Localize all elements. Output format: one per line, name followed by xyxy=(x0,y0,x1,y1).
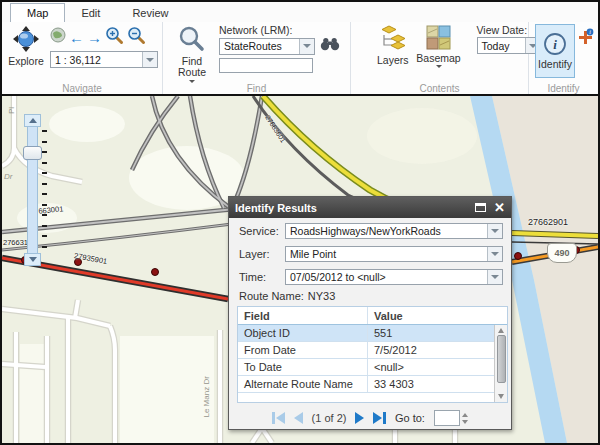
cell-field: Object ID xyxy=(238,327,367,339)
group-label-find: Find xyxy=(163,83,350,94)
pagination-bar: (1 of 2) Go to: xyxy=(229,408,511,428)
back-arrow-icon[interactable]: ← xyxy=(69,30,84,45)
group-contents: Layers Basemap View Date: xyxy=(351,22,529,94)
column-header-value: Value xyxy=(367,307,507,324)
explore-label: Explore xyxy=(8,56,44,67)
network-value: StateRoutes xyxy=(220,40,299,52)
network-combobox[interactable]: StateRoutes xyxy=(219,38,315,55)
zoom-slider-up-button[interactable] xyxy=(24,114,41,127)
table-row[interactable]: To Date <null> xyxy=(238,359,494,376)
previous-page-button[interactable] xyxy=(294,412,303,424)
chevron-down-icon xyxy=(436,65,442,68)
route-name-value: NY33 xyxy=(308,290,336,302)
forward-arrow-icon[interactable]: → xyxy=(87,30,102,45)
network-lrm-label: Network (LRM): xyxy=(219,24,340,36)
time-value: 07/05/2012 to <null> xyxy=(286,271,487,283)
time-dropdown-button[interactable] xyxy=(487,270,502,284)
dialog-titlebar[interactable]: Identify Results ✕ xyxy=(229,197,511,218)
cell-field: Alternate Route Name xyxy=(238,378,367,390)
bar-icon xyxy=(383,412,386,424)
scroll-up-icon[interactable] xyxy=(498,328,504,333)
layer-dropdown-button[interactable] xyxy=(487,247,502,261)
last-page-button[interactable] xyxy=(373,412,386,424)
scroll-down-icon[interactable] xyxy=(498,394,504,399)
map-canvas[interactable]: 27663001 27663101 27935901 27662901 2766… xyxy=(2,94,598,443)
goto-label: Go to: xyxy=(395,412,425,424)
zoom-in-icon[interactable] xyxy=(105,26,124,49)
scale-combobox[interactable]: 1 : 36,112 xyxy=(50,51,158,68)
find-route-input[interactable] xyxy=(219,58,313,73)
ribbon: Explore ← → xyxy=(2,22,598,94)
identify-route-icon[interactable]: i xyxy=(577,28,594,82)
find-route-magnifier-icon xyxy=(178,25,206,55)
page-indicator: (1 of 2) xyxy=(312,412,347,424)
chevron-down-icon xyxy=(491,252,499,256)
cell-value: <null> xyxy=(367,359,494,375)
triangle-right-icon xyxy=(373,412,382,424)
street-label: Le Manz Dr xyxy=(202,364,211,418)
tab-map[interactable]: Map xyxy=(10,3,65,22)
route-name-label: Route Name: xyxy=(239,290,304,302)
triangle-up-icon xyxy=(29,118,37,123)
first-page-button[interactable] xyxy=(272,412,285,424)
full-extent-globe-icon[interactable] xyxy=(50,27,66,47)
triangle-down-icon xyxy=(29,257,37,262)
zoom-slider-track[interactable] xyxy=(27,116,38,266)
binoculars-icon[interactable] xyxy=(320,37,340,55)
zoom-out-icon[interactable] xyxy=(127,26,146,49)
service-dropdown-button[interactable] xyxy=(487,224,502,238)
chevron-down-icon xyxy=(146,58,154,62)
explore-button[interactable]: Explore xyxy=(6,24,46,82)
maximize-icon[interactable] xyxy=(475,203,486,212)
time-combobox[interactable]: 07/05/2012 to <null> xyxy=(285,269,503,285)
zoom-slider-handle[interactable] xyxy=(23,146,42,160)
layer-row: Layer: Mile Point xyxy=(229,246,511,262)
cell-value: 33 4303 xyxy=(367,376,494,392)
attribute-table: Field Value Object ID 551 From Date 7/5/… xyxy=(237,306,508,403)
triangle-right-icon xyxy=(355,412,364,424)
table-scrollbar[interactable] xyxy=(494,325,507,402)
service-value: RoadsHighways/NewYorkRoads xyxy=(286,225,487,237)
basemap-icon xyxy=(426,25,451,52)
goto-spinner[interactable] xyxy=(462,413,468,424)
identify-label: Identify xyxy=(538,58,572,70)
group-label-navigate: Navigate xyxy=(2,83,162,94)
layers-button[interactable]: Layers xyxy=(375,24,411,82)
svg-text:i: i xyxy=(553,37,557,52)
close-icon[interactable]: ✕ xyxy=(494,201,505,214)
chevron-down-icon xyxy=(491,275,499,279)
goto-page-input[interactable] xyxy=(434,410,460,426)
next-page-button[interactable] xyxy=(355,412,364,424)
column-header-field: Field xyxy=(238,310,367,322)
bar-icon xyxy=(272,412,275,424)
layer-label: Layer: xyxy=(239,248,285,260)
identify-button[interactable]: i Identify xyxy=(535,24,575,78)
scrollbar-thumb[interactable] xyxy=(497,335,506,383)
scale-dropdown-button[interactable] xyxy=(142,52,157,67)
layers-label: Layers xyxy=(377,55,409,66)
identify-icon: i xyxy=(543,32,567,58)
identify-results-dialog: Identify Results ✕ Service: RoadsHighway… xyxy=(228,196,512,430)
basemap-button[interactable]: Basemap xyxy=(415,24,463,82)
table-row[interactable]: Object ID 551 xyxy=(238,325,494,342)
spinner-up-icon xyxy=(462,413,468,417)
spinner-down-icon xyxy=(462,420,468,424)
find-route-button[interactable]: Find Route xyxy=(171,24,213,82)
layers-icon xyxy=(380,25,406,54)
scale-value: 1 : 36,112 xyxy=(51,54,142,66)
table-row[interactable]: Alternate Route Name 33 4303 xyxy=(238,376,494,393)
tab-edit[interactable]: Edit xyxy=(65,4,116,22)
time-label: Time: xyxy=(239,271,285,283)
layer-value: Mile Point xyxy=(286,248,487,260)
zoom-slider-down-button[interactable] xyxy=(24,253,41,266)
network-dropdown-button[interactable] xyxy=(299,39,314,54)
time-row: Time: 07/05/2012 to <null> xyxy=(229,269,511,285)
table-row[interactable]: From Date 7/5/2012 xyxy=(238,342,494,359)
layer-combobox[interactable]: Mile Point xyxy=(285,246,503,262)
triangle-left-icon xyxy=(294,412,303,424)
tab-review[interactable]: Review xyxy=(116,4,184,22)
chevron-down-icon xyxy=(491,229,499,233)
ribbon-tabbar: Map Edit Review xyxy=(2,2,598,22)
service-combobox[interactable]: RoadsHighways/NewYorkRoads xyxy=(285,223,503,239)
street-label: Dr xyxy=(4,172,12,181)
